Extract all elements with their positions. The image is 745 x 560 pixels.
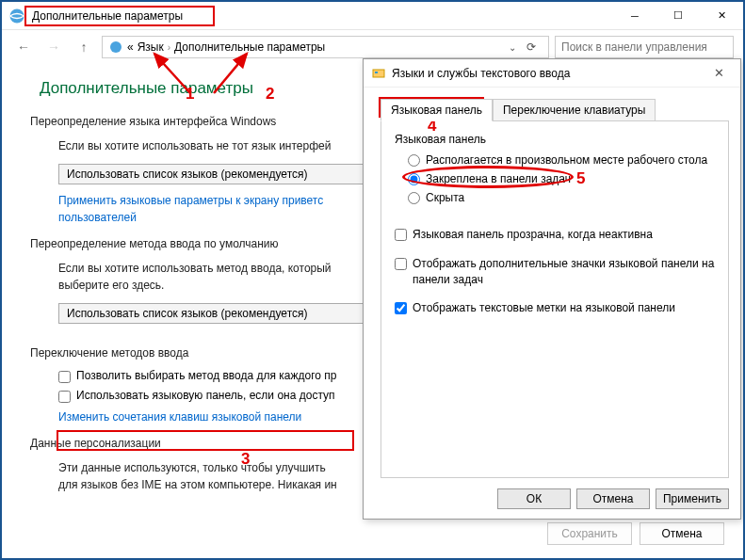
dialog-close-button[interactable]: ✕ [705,66,733,80]
svg-point-0 [10,8,24,23]
window-controls: ─ ☐ ✕ [613,2,743,30]
dialog-title: Языки и службы текстового ввода [392,67,570,80]
radio-float-label: Располагается в произвольном месте рабоч… [426,153,707,167]
use-langbar-label: Использовать языковую панель, если она д… [76,389,335,402]
dialog-titlebar: Языки и службы текстового ввода ✕ [364,59,740,88]
radio-hidden-row[interactable]: Скрыта [408,191,715,204]
cb-textlabels-row[interactable]: Отображать текстовые метки на языковой п… [395,300,715,316]
app-icon [8,7,26,25]
breadcrumb-item-lang[interactable]: Язык [138,40,164,54]
refresh-icon[interactable]: ⟳ [520,40,543,54]
per-app-input-label: Позволить выбирать метод ввода для каждо… [76,369,337,382]
radio-float[interactable] [408,154,420,167]
tab-langbar[interactable]: Языковая панель [381,99,493,121]
apply-button[interactable]: Применить [656,488,729,509]
search-box[interactable] [555,36,734,58]
tab-switch[interactable]: Переключение клавиатуры [493,99,656,121]
maximize-button[interactable]: ☐ [656,2,700,30]
breadcrumb-bar[interactable]: « Язык › Дополнительные параметры ⌄ ⟳ [102,36,549,58]
titlebar: Дополнительные параметры ─ ☐ ✕ [2,2,743,30]
up-button[interactable]: ↑ [72,35,96,59]
langbar-dialog: Языки и службы текстового ввода ✕ Языков… [363,58,741,520]
control-panel-icon [108,40,123,55]
cb-transparent-label: Языковая панель прозрачна, когда неактив… [413,227,653,243]
forward-button[interactable]: → [41,35,66,59]
search-input[interactable] [561,40,727,54]
cb-textlabels-label: Отображать текстовые метки на языковой п… [413,300,675,316]
cancel-button-main[interactable]: Отмена [640,522,724,545]
breadcrumb-item-advanced[interactable]: Дополнительные параметры [174,40,325,54]
address-dropdown-icon[interactable]: ⌄ [509,42,516,53]
radio-docked-label: Закреплена в панели задач [426,172,571,185]
dialog-footer: ОК Отмена Применить [497,488,729,509]
svg-point-1 [110,41,121,53]
radio-hidden[interactable] [408,192,420,204]
save-button[interactable]: Сохранить [547,522,632,545]
radio-docked-row[interactable]: Закреплена в панели задач [408,172,715,185]
svg-rect-3 [375,72,378,73]
dialog-tabs: Языковая панель Переключение клавиатуры [381,99,729,121]
window-title: Дополнительные параметры [32,9,613,23]
breadcrumb-chevron: « [127,40,134,54]
radio-float-row[interactable]: Располагается в произвольном месте рабоч… [408,153,715,167]
cancel-button-dlg[interactable]: Отмена [576,488,650,509]
per-app-input-checkbox[interactable] [58,371,71,383]
cb-extraicons-label: Отображать дополнительные значки языково… [413,256,715,288]
langbar-group-title: Языковая панель [395,133,715,146]
use-langbar-checkbox[interactable] [58,391,71,403]
cb-transparent[interactable] [395,229,407,241]
cb-textlabels[interactable] [395,302,407,314]
svg-rect-2 [373,70,384,77]
cb-extraicons-row[interactable]: Отображать дополнительные значки языково… [395,256,715,288]
minimize-button[interactable]: ─ [613,2,656,30]
dialog-panel: Языковая панель Располагается в произвол… [381,120,729,478]
cb-extraicons[interactable] [395,258,407,270]
radio-hidden-label: Скрыта [426,191,464,204]
breadcrumb-separator: › [168,42,170,53]
main-footer: Сохранить Отмена [547,522,724,545]
dialog-icon [371,66,386,81]
close-button[interactable]: ✕ [700,2,743,30]
back-button[interactable]: ← [11,35,36,59]
cb-transparent-row[interactable]: Языковая панель прозрачна, когда неактив… [395,227,715,243]
ok-button[interactable]: ОК [497,488,571,509]
radio-docked[interactable] [408,173,420,185]
